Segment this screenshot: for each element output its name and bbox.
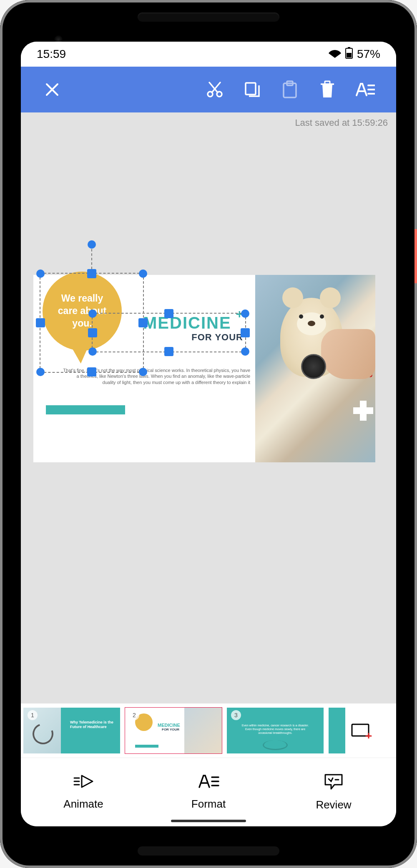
home-indicator[interactable] — [171, 820, 246, 822]
slide-thumbnail-1[interactable]: 1 Why Telemedicine is the Future of Heal… — [23, 708, 120, 753]
body-text[interactable]: That's fine, but it's not the way most p… — [63, 367, 250, 385]
status-battery: 57% — [357, 47, 380, 61]
copy-button[interactable] — [234, 71, 271, 108]
review-icon — [324, 773, 344, 793]
svg-rect-8 — [325, 81, 330, 84]
thumb-headline: MEDICINE — [158, 723, 180, 728]
svg-rect-1 — [347, 53, 352, 57]
thumb-number: 3 — [231, 710, 241, 720]
cross-icon-teal: + — [236, 307, 243, 321]
phone-speaker-bottom — [138, 846, 279, 856]
svg-rect-9 — [352, 724, 369, 736]
delete-button[interactable] — [309, 71, 346, 108]
slide-canvas[interactable]: We really care about you. + MEDICINE FOR… — [33, 275, 375, 462]
thumb-number: 2 — [129, 710, 139, 720]
svg-rect-2 — [348, 47, 350, 48]
battery-icon — [345, 47, 353, 62]
phone-side-button — [414, 229, 417, 283]
headline-main: MEDICINE — [143, 314, 243, 331]
nav-label: Animate — [63, 798, 103, 811]
close-button[interactable] — [33, 71, 71, 108]
toolbar — [21, 67, 396, 112]
format-icon — [198, 774, 219, 792]
thumb-number: 1 — [28, 710, 38, 720]
wifi-icon — [329, 47, 341, 61]
bubble-text: We really care about you. — [51, 292, 113, 330]
status-right: 57% — [329, 47, 380, 62]
thumb-subhead: FOR YOUR — [162, 728, 179, 731]
headline-block[interactable]: + MEDICINE FOR YOUR — [143, 314, 243, 343]
rotation-line — [91, 244, 92, 274]
bottom-nav: Animate Format Review — [21, 758, 396, 826]
phone-frame: 15:59 57% — [0, 0, 417, 868]
slide-thumbnail-2[interactable]: 2 MEDICINE FOR YOUR — [125, 708, 222, 753]
thumbnail-strip[interactable]: 1 Why Telemedicine is the Future of Heal… — [21, 703, 396, 758]
cut-button[interactable] — [196, 71, 234, 108]
phone-speaker — [138, 12, 279, 22]
canvas-area[interactable]: Last saved at 15:59:26 We r — [21, 112, 396, 703]
thumb-title: Why Telemedicine is the Future of Health… — [70, 720, 115, 729]
screen: 15:59 57% — [21, 42, 396, 826]
status-bar: 15:59 57% — [21, 42, 396, 67]
nav-animate[interactable]: Animate — [21, 758, 146, 826]
status-time: 15:59 — [37, 47, 66, 61]
nav-review[interactable]: Review — [271, 758, 396, 826]
rotation-handle[interactable] — [88, 240, 96, 249]
accent-bar[interactable] — [46, 405, 125, 414]
last-saved-text: Last saved at 15:59:26 — [295, 117, 388, 128]
slide-thumbnail-4[interactable] — [329, 708, 345, 753]
cross-icon-white — [353, 401, 373, 421]
paste-button[interactable] — [271, 71, 309, 108]
thumb-text: Even within medicine, cancer research is… — [240, 723, 311, 735]
nav-label: Format — [191, 798, 226, 811]
text-format-button[interactable] — [346, 71, 384, 108]
slide-thumbnail-3[interactable]: 3 Even within medicine, cancer research … — [227, 708, 324, 753]
animate-icon — [73, 774, 94, 792]
headline-sub: FOR YOUR — [143, 332, 243, 343]
svg-rect-5 — [246, 83, 256, 95]
add-slide-button[interactable] — [350, 721, 373, 741]
nav-format[interactable]: Format — [146, 758, 271, 826]
speech-bubble[interactable]: We really care about you. — [43, 272, 122, 351]
stethoscope-head — [301, 354, 326, 379]
slide-image[interactable] — [255, 275, 375, 462]
hand-graphic — [321, 329, 375, 379]
nav-label: Review — [316, 798, 351, 811]
